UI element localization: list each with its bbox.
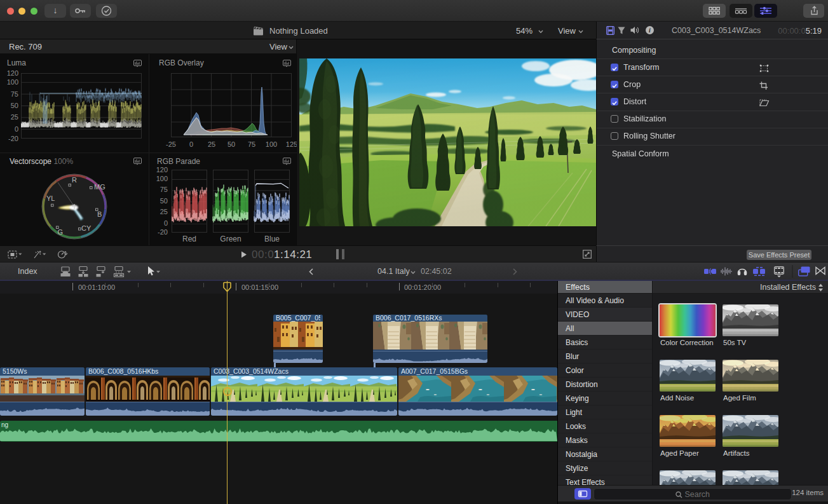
svg-text:MG: MG [94, 183, 105, 191]
svg-text:G: G [58, 228, 64, 236]
svg-text:YL: YL [46, 194, 55, 202]
svg-text:R: R [72, 176, 77, 184]
svg-text:CY: CY [81, 224, 92, 232]
svg-text:B: B [97, 210, 102, 218]
